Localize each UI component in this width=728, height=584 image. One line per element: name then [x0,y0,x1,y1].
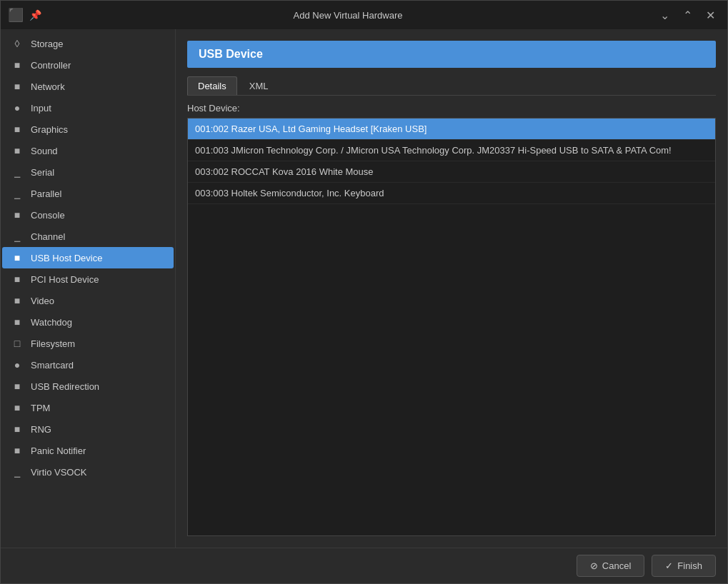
device-item-dev3[interactable]: 003:002 ROCCAT Kova 2016 White Mouse [188,161,715,183]
sidebar-icon-panic-notifier: ■ [11,444,24,457]
sidebar-item-usb-redirection[interactable]: ■ USB Redirection [2,376,174,397]
panel-header: USB Device [187,41,716,68]
sidebar-icon-video: ■ [11,294,24,307]
sidebar-item-pci-host-device[interactable]: ■ PCI Host Device [2,268,174,290]
sidebar-icon-serial: ⎯ [11,166,24,178]
pin-icon[interactable]: 📌 [29,9,41,21]
device-item-dev4[interactable]: 003:003 Holtek Semiconductor, Inc. Keybo… [188,183,715,204]
sidebar-label-graphics: Graphics [31,124,68,135]
sidebar-label-console: Console [31,210,65,221]
close-button[interactable]: ✕ [700,5,720,25]
sidebar-item-network[interactable]: ■ Network [2,76,174,97]
sidebar-icon-console: ■ [11,208,24,221]
sidebar-icon-pci-host-device: ■ [11,273,24,286]
sidebar-item-channel[interactable]: ⎯ Channel [2,226,174,247]
sidebar-icon-smartcard: ● [11,358,24,371]
main-panel: USB Device DetailsXML Host Device: 001:0… [176,29,727,548]
sidebar-label-parallel: Parallel [31,188,61,199]
cancel-label: Cancel [602,560,631,571]
sidebar-icon-usb-redirection: ■ [11,380,24,393]
sidebar-label-rng: RNG [31,424,51,435]
sidebar-item-storage[interactable]: ◊ Storage [2,33,174,54]
sidebar-icon-filesystem: □ [11,337,24,350]
sidebar-icon-controller: ■ [11,59,24,71]
finish-icon: ✓ [665,560,673,571]
sidebar-item-filesystem[interactable]: □ Filesystem [2,333,174,354]
sidebar-icon-input: ● [11,101,24,114]
sidebar-label-smartcard: Smartcard [31,360,74,371]
sidebar-item-usb-host-device[interactable]: ■ USB Host Device [2,247,174,268]
sidebar-item-panic-notifier[interactable]: ■ Panic Notifier [2,440,174,461]
tabs-container: DetailsXML [187,76,716,96]
sidebar-item-controller[interactable]: ■ Controller [2,54,174,76]
sidebar-icon-virtio-vsock: ⎯ [11,465,24,478]
sidebar-label-watchdog: Watchdog [31,317,72,328]
sidebar-label-input: Input [31,103,51,114]
sidebar-label-video: Video [31,296,54,306]
sidebar-label-pci-host-device: PCI Host Device [31,274,99,285]
sidebar-label-channel: Channel [31,231,65,242]
sidebar-label-serial: Serial [31,167,54,178]
cancel-icon: ⊘ [590,560,598,571]
sidebar-item-serial[interactable]: ⎯ Serial [2,161,174,183]
sidebar-icon-storage: ◊ [11,37,24,50]
sidebar-label-storage: Storage [31,39,64,49]
tab-details[interactable]: Details [187,76,237,95]
sidebar-icon-parallel: ⎯ [11,187,24,200]
sidebar-icon-channel: ⎯ [11,230,24,243]
sidebar-label-usb-redirection: USB Redirection [31,381,99,392]
sidebar-icon-tpm: ■ [11,401,24,414]
sidebar-item-smartcard[interactable]: ● Smartcard [2,354,174,376]
sidebar-icon-network: ■ [11,80,24,93]
sidebar-item-tpm[interactable]: ■ TPM [2,397,174,418]
tab-xml[interactable]: XML [239,76,279,95]
device-list: 001:002 Razer USA, Ltd Gaming Headset [K… [187,118,716,536]
footer: ⊘ Cancel ✓ Finish [1,548,727,583]
device-item-dev1[interactable]: 001:002 Razer USA, Ltd Gaming Headset [K… [188,119,715,140]
titlebar: ⬛ 📌 Add New Virtual Hardware ⌄ ⌃ ✕ [1,1,727,29]
sidebar-item-virtio-vsock[interactable]: ⎯ Virtio VSOCK [2,461,174,483]
cancel-button[interactable]: ⊘ Cancel [577,555,644,577]
sidebar-label-panic-notifier: Panic Notifier [31,445,86,456]
sidebar-label-tpm: TPM [31,403,50,413]
sidebar-icon-usb-host-device: ■ [11,251,24,264]
sidebar-label-network: Network [31,81,65,92]
finish-label: Finish [677,560,702,571]
sidebar-label-sound: Sound [31,146,58,156]
sidebar-item-watchdog[interactable]: ■ Watchdog [2,311,174,333]
app-logo: ⬛ [8,7,24,23]
sidebar-item-sound[interactable]: ■ Sound [2,140,174,161]
host-device-label: Host Device: [187,103,716,114]
sidebar-icon-sound: ■ [11,144,24,157]
sidebar-item-graphics[interactable]: ■ Graphics [2,119,174,140]
main-window: ⬛ 📌 Add New Virtual Hardware ⌄ ⌃ ✕ ◊ Sto… [0,0,728,584]
sidebar-item-parallel[interactable]: ⎯ Parallel [2,183,174,204]
window-controls: ⌄ ⌃ ✕ [654,5,720,25]
sidebar-icon-rng: ■ [11,423,24,436]
sidebar-item-input[interactable]: ● Input [2,97,174,119]
sidebar-item-video[interactable]: ■ Video [2,290,174,311]
window-title: Add New Virtual Hardware [41,10,654,21]
sidebar: ◊ Storage ■ Controller ■ Network ● Input… [1,29,176,548]
device-item-dev2[interactable]: 001:003 JMicron Technology Corp. / JMicr… [188,140,715,161]
sidebar-label-virtio-vsock: Virtio VSOCK [31,467,87,478]
sidebar-label-filesystem: Filesystem [31,338,75,349]
sidebar-icon-graphics: ■ [11,123,24,136]
sidebar-label-controller: Controller [31,60,71,71]
sidebar-item-console[interactable]: ■ Console [2,204,174,226]
minimize-button[interactable]: ⌄ [654,5,674,25]
content-area: ◊ Storage ■ Controller ■ Network ● Input… [1,29,727,548]
sidebar-label-usb-host-device: USB Host Device [31,253,102,263]
device-list-area: 001:002 Razer USA, Ltd Gaming Headset [K… [187,118,716,536]
maximize-button[interactable]: ⌃ [677,5,697,25]
finish-button[interactable]: ✓ Finish [652,555,716,577]
sidebar-item-rng[interactable]: ■ RNG [2,418,174,440]
sidebar-icon-watchdog: ■ [11,316,24,328]
